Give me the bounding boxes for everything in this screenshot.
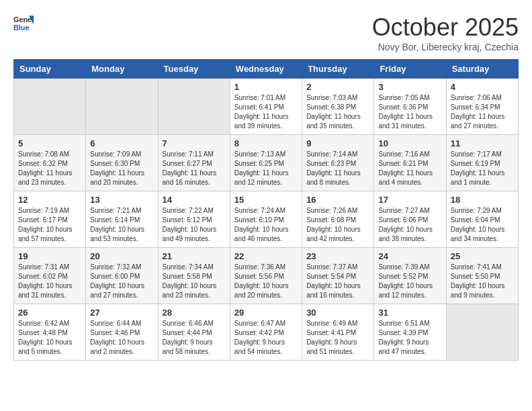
day-number: 29 bbox=[234, 308, 298, 318]
day-number: 31 bbox=[378, 308, 441, 318]
calendar-cell: 4Sunrise: 7:06 AM Sunset: 6:34 PM Daylig… bbox=[446, 79, 518, 135]
calendar-cell: 25Sunrise: 7:41 AM Sunset: 5:50 PM Dayli… bbox=[446, 248, 518, 304]
day-header-tuesday: Tuesday bbox=[158, 60, 230, 79]
calendar-cell: 7Sunrise: 7:11 AM Sunset: 6:27 PM Daylig… bbox=[158, 135, 230, 191]
calendar-cell: 11Sunrise: 7:17 AM Sunset: 6:19 PM Dayli… bbox=[446, 135, 518, 191]
day-info: Sunrise: 7:05 AM Sunset: 6:36 PM Dayligh… bbox=[378, 93, 441, 131]
day-info: Sunrise: 7:27 AM Sunset: 6:06 PM Dayligh… bbox=[378, 206, 441, 244]
day-info: Sunrise: 7:41 AM Sunset: 5:50 PM Dayligh… bbox=[451, 263, 514, 300]
day-number: 4 bbox=[451, 82, 514, 92]
calendar-cell: 31Sunrise: 6:51 AM Sunset: 4:39 PM Dayli… bbox=[374, 304, 446, 361]
day-number: 19 bbox=[18, 251, 81, 261]
calendar-week-row: 1Sunrise: 7:01 AM Sunset: 6:41 PM Daylig… bbox=[14, 79, 519, 135]
calendar-cell: 2Sunrise: 7:03 AM Sunset: 6:38 PM Daylig… bbox=[302, 79, 374, 135]
calendar-cell: 12Sunrise: 7:19 AM Sunset: 6:17 PM Dayli… bbox=[14, 191, 86, 248]
day-info: Sunrise: 6:47 AM Sunset: 4:42 PM Dayligh… bbox=[234, 319, 298, 357]
calendar-table: SundayMondayTuesdayWednesdayThursdayFrid… bbox=[13, 59, 519, 361]
day-info: Sunrise: 7:08 AM Sunset: 6:32 PM Dayligh… bbox=[18, 150, 81, 187]
calendar-cell: 21Sunrise: 7:34 AM Sunset: 5:58 PM Dayli… bbox=[158, 248, 230, 304]
day-number: 18 bbox=[451, 195, 514, 205]
calendar-cell: 17Sunrise: 7:27 AM Sunset: 6:06 PM Dayli… bbox=[374, 191, 446, 248]
day-info: Sunrise: 7:21 AM Sunset: 6:14 PM Dayligh… bbox=[90, 206, 153, 244]
day-info: Sunrise: 6:42 AM Sunset: 4:48 PM Dayligh… bbox=[18, 319, 81, 357]
calendar-cell: 13Sunrise: 7:21 AM Sunset: 6:14 PM Dayli… bbox=[86, 191, 158, 248]
day-number: 15 bbox=[234, 195, 298, 205]
calendar-cell: 9Sunrise: 7:14 AM Sunset: 6:23 PM Daylig… bbox=[302, 135, 374, 191]
day-info: Sunrise: 7:01 AM Sunset: 6:41 PM Dayligh… bbox=[234, 93, 298, 131]
calendar-cell: 18Sunrise: 7:29 AM Sunset: 6:04 PM Dayli… bbox=[446, 191, 518, 248]
calendar-week-row: 5Sunrise: 7:08 AM Sunset: 6:32 PM Daylig… bbox=[14, 135, 519, 191]
day-header-saturday: Saturday bbox=[446, 60, 518, 79]
day-info: Sunrise: 7:22 AM Sunset: 6:12 PM Dayligh… bbox=[163, 206, 226, 244]
calendar-cell: 20Sunrise: 7:32 AM Sunset: 6:00 PM Dayli… bbox=[86, 248, 158, 304]
day-info: Sunrise: 7:19 AM Sunset: 6:17 PM Dayligh… bbox=[18, 206, 81, 244]
day-number: 17 bbox=[378, 195, 441, 205]
day-info: Sunrise: 7:32 AM Sunset: 6:00 PM Dayligh… bbox=[90, 263, 153, 300]
day-number: 1 bbox=[234, 82, 298, 92]
calendar-cell: 30Sunrise: 6:49 AM Sunset: 4:41 PM Dayli… bbox=[302, 304, 374, 361]
calendar-cell: 26Sunrise: 6:42 AM Sunset: 4:48 PM Dayli… bbox=[14, 304, 86, 361]
calendar-cell: 23Sunrise: 7:37 AM Sunset: 5:54 PM Dayli… bbox=[302, 248, 374, 304]
logo: General Blue bbox=[13, 13, 34, 34]
day-number: 14 bbox=[163, 195, 226, 205]
day-number: 2 bbox=[306, 82, 369, 92]
day-info: Sunrise: 7:29 AM Sunset: 6:04 PM Dayligh… bbox=[451, 206, 514, 244]
svg-text:Blue: Blue bbox=[13, 24, 29, 32]
day-info: Sunrise: 7:09 AM Sunset: 6:30 PM Dayligh… bbox=[90, 150, 153, 187]
day-info: Sunrise: 7:17 AM Sunset: 6:19 PM Dayligh… bbox=[451, 150, 514, 187]
day-info: Sunrise: 7:03 AM Sunset: 6:38 PM Dayligh… bbox=[306, 93, 369, 131]
calendar-week-row: 26Sunrise: 6:42 AM Sunset: 4:48 PM Dayli… bbox=[14, 304, 519, 361]
calendar-cell: 8Sunrise: 7:13 AM Sunset: 6:25 PM Daylig… bbox=[230, 135, 302, 191]
day-number: 23 bbox=[306, 251, 369, 261]
title-block: October 2025 Novy Bor, Liberecky kraj, C… bbox=[372, 13, 519, 52]
calendar-cell: 6Sunrise: 7:09 AM Sunset: 6:30 PM Daylig… bbox=[86, 135, 158, 191]
day-number: 12 bbox=[18, 195, 81, 205]
day-number: 11 bbox=[451, 138, 514, 148]
day-info: Sunrise: 7:31 AM Sunset: 6:02 PM Dayligh… bbox=[18, 263, 81, 300]
day-number: 30 bbox=[306, 308, 369, 318]
day-number: 22 bbox=[234, 251, 298, 261]
day-number: 7 bbox=[163, 138, 226, 148]
page-header: General Blue October 2025 Novy Bor, Libe… bbox=[13, 13, 519, 52]
day-info: Sunrise: 6:51 AM Sunset: 4:39 PM Dayligh… bbox=[378, 319, 441, 357]
calendar-cell bbox=[446, 304, 518, 361]
calendar-cell: 16Sunrise: 7:26 AM Sunset: 6:08 PM Dayli… bbox=[302, 191, 374, 248]
calendar-week-row: 19Sunrise: 7:31 AM Sunset: 6:02 PM Dayli… bbox=[14, 248, 519, 304]
day-info: Sunrise: 6:49 AM Sunset: 4:41 PM Dayligh… bbox=[306, 319, 369, 357]
calendar-cell: 22Sunrise: 7:36 AM Sunset: 5:56 PM Dayli… bbox=[230, 248, 302, 304]
day-info: Sunrise: 7:16 AM Sunset: 6:21 PM Dayligh… bbox=[378, 150, 441, 187]
day-info: Sunrise: 6:46 AM Sunset: 4:44 PM Dayligh… bbox=[163, 319, 226, 357]
day-info: Sunrise: 7:11 AM Sunset: 6:27 PM Dayligh… bbox=[163, 150, 226, 187]
day-info: Sunrise: 7:39 AM Sunset: 5:52 PM Dayligh… bbox=[378, 263, 441, 300]
day-number: 13 bbox=[90, 195, 153, 205]
day-number: 9 bbox=[306, 138, 369, 148]
calendar-cell: 29Sunrise: 6:47 AM Sunset: 4:42 PM Dayli… bbox=[230, 304, 302, 361]
calendar-cell bbox=[158, 79, 230, 135]
day-number: 26 bbox=[18, 308, 81, 318]
day-info: Sunrise: 7:37 AM Sunset: 5:54 PM Dayligh… bbox=[306, 263, 369, 300]
calendar-cell: 5Sunrise: 7:08 AM Sunset: 6:32 PM Daylig… bbox=[14, 135, 86, 191]
calendar-header-row: SundayMondayTuesdayWednesdayThursdayFrid… bbox=[14, 60, 519, 79]
calendar-cell: 15Sunrise: 7:24 AM Sunset: 6:10 PM Dayli… bbox=[230, 191, 302, 248]
day-info: Sunrise: 6:44 AM Sunset: 4:46 PM Dayligh… bbox=[90, 319, 153, 357]
calendar-cell: 10Sunrise: 7:16 AM Sunset: 6:21 PM Dayli… bbox=[374, 135, 446, 191]
logo-icon: General Blue bbox=[13, 13, 34, 34]
location-subtitle: Novy Bor, Liberecky kraj, Czechia bbox=[372, 42, 519, 52]
calendar-cell: 3Sunrise: 7:05 AM Sunset: 6:36 PM Daylig… bbox=[374, 79, 446, 135]
calendar-cell: 19Sunrise: 7:31 AM Sunset: 6:02 PM Dayli… bbox=[14, 248, 86, 304]
day-header-wednesday: Wednesday bbox=[230, 60, 302, 79]
day-info: Sunrise: 7:24 AM Sunset: 6:10 PM Dayligh… bbox=[234, 206, 298, 244]
day-number: 6 bbox=[90, 138, 153, 148]
day-number: 24 bbox=[378, 251, 441, 261]
day-number: 10 bbox=[378, 138, 441, 148]
day-header-monday: Monday bbox=[86, 60, 158, 79]
day-header-sunday: Sunday bbox=[14, 60, 86, 79]
day-info: Sunrise: 7:06 AM Sunset: 6:34 PM Dayligh… bbox=[451, 93, 514, 131]
day-info: Sunrise: 7:26 AM Sunset: 6:08 PM Dayligh… bbox=[306, 206, 369, 244]
day-number: 28 bbox=[163, 308, 226, 318]
calendar-cell: 14Sunrise: 7:22 AM Sunset: 6:12 PM Dayli… bbox=[158, 191, 230, 248]
day-number: 5 bbox=[18, 138, 81, 148]
day-info: Sunrise: 7:36 AM Sunset: 5:56 PM Dayligh… bbox=[234, 263, 298, 300]
day-number: 16 bbox=[306, 195, 369, 205]
calendar-cell: 27Sunrise: 6:44 AM Sunset: 4:46 PM Dayli… bbox=[86, 304, 158, 361]
